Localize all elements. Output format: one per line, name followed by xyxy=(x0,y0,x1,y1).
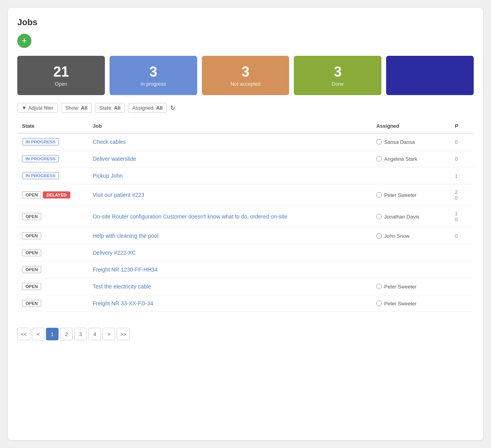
assigned-person: Peter Sweeter xyxy=(376,301,445,307)
job-link-9[interactable]: Freight NR 33-XX-FD-34 xyxy=(93,300,153,307)
row-p-8 xyxy=(450,278,474,295)
row-p-9 xyxy=(450,295,474,312)
num2: 0 xyxy=(455,195,469,201)
pagination-page-2[interactable]: 2 xyxy=(60,328,73,340)
person-icon xyxy=(376,284,382,289)
pagination-page-3[interactable]: 3 xyxy=(74,328,87,340)
row-assigned-6 xyxy=(372,244,450,261)
row-assigned-8: Peter Sweeter xyxy=(372,278,450,295)
pagination-page-1[interactable]: 1 xyxy=(46,328,59,340)
row-assigned-5: John Snow xyxy=(372,228,450,244)
state-filter: State: All xyxy=(95,103,125,113)
row-assigned-7 xyxy=(372,261,450,278)
num2: 0 xyxy=(455,217,469,222)
num1: 0 xyxy=(455,233,469,239)
filter-bar: ▼ Adjust filter Show: All State: All Ass… xyxy=(17,103,474,113)
person-icon xyxy=(376,233,382,239)
stat-number-open: 21 xyxy=(25,64,97,80)
person-icon xyxy=(376,301,382,306)
row-p-1: 0 xyxy=(450,151,474,167)
assigned-person: Jonathan Davis xyxy=(376,214,445,220)
job-link-3[interactable]: Visit our patient #223 xyxy=(93,192,144,198)
pagination-first[interactable]: << xyxy=(17,328,30,340)
job-link-4[interactable]: On-site Router configuration Customer do… xyxy=(93,213,287,220)
table-row: IN PROGRESSPickup John1 xyxy=(17,167,474,184)
col-header-job: Job xyxy=(88,119,372,133)
stat-number-in-progress: 3 xyxy=(117,64,189,80)
col-header-p: P xyxy=(450,119,474,133)
row-p-4: 10 xyxy=(450,206,474,228)
job-link-6[interactable]: Delivery #222-XC xyxy=(93,250,136,256)
assigned-name: Sansa Dansa xyxy=(384,139,415,145)
person-icon xyxy=(376,156,382,162)
row-state-8: OPEN xyxy=(17,278,88,295)
row-state-9: OPEN xyxy=(17,295,88,312)
badge-delayed: DELAYED xyxy=(43,191,70,198)
stat-card-last[interactable] xyxy=(386,56,474,95)
badge-open: OPEN xyxy=(22,300,41,307)
badge-open: OPEN xyxy=(22,249,41,256)
pagination-page-4[interactable]: 4 xyxy=(88,328,101,340)
assigned-person: Sansa Dansa xyxy=(376,139,445,145)
row-assigned-0: Sansa Dansa xyxy=(372,133,450,151)
stat-card-not-accepted[interactable]: 3 Not accepted xyxy=(202,56,289,95)
row-job-8: Test the electricity cable xyxy=(88,278,372,295)
row-assigned-3: Peter Sweeter xyxy=(372,184,450,206)
num1: 0 xyxy=(455,156,469,162)
row-job-0: Check cables xyxy=(88,133,372,151)
job-link-7[interactable]: Freight NR 1230-FF-HH34 xyxy=(93,266,158,273)
stat-card-in-progress[interactable]: 3 In progress xyxy=(110,56,197,95)
jobs-table: State Job Assigned P IN PROGRESSCheck ca… xyxy=(17,119,474,312)
stat-card-open[interactable]: 21 Open xyxy=(17,56,105,95)
row-p-2: 1 xyxy=(450,167,474,184)
assigned-name: Peter Sweeter xyxy=(384,192,416,198)
add-job-button[interactable]: + xyxy=(17,34,31,48)
col-header-state: State xyxy=(17,119,88,133)
table-row: OPENFreight NR 33-XX-FD-34Peter Sweeter xyxy=(17,295,474,312)
row-state-4: OPEN xyxy=(17,206,88,228)
job-link-0[interactable]: Check cables xyxy=(93,139,126,145)
job-link-5[interactable]: Help with cleaning the pool xyxy=(93,233,158,239)
pagination-prev[interactable]: < xyxy=(32,328,44,340)
row-p-6 xyxy=(450,244,474,261)
row-state-0: IN PROGRESS xyxy=(17,133,88,151)
pagination-last[interactable]: >> xyxy=(117,328,130,340)
main-card: Jobs + 21 Open 3 In progress 3 Not accep… xyxy=(8,8,483,440)
row-p-0: 0 xyxy=(450,133,474,151)
assigned-name: Peter Sweeter xyxy=(384,284,416,290)
table-row: OPENOn-site Router configuration Custome… xyxy=(17,206,474,228)
job-link-8[interactable]: Test the electricity cable xyxy=(93,283,151,290)
table-row: OPENDelivery #222-XC xyxy=(17,244,474,261)
assigned-name: Angelina Stark xyxy=(384,156,418,162)
pagination: <<<1234>>> xyxy=(17,321,474,340)
row-state-2: IN PROGRESS xyxy=(17,167,88,184)
assigned-name: Jonathan Davis xyxy=(384,214,420,220)
pagination-next[interactable]: > xyxy=(103,328,115,340)
row-state-7: OPEN xyxy=(17,261,88,278)
badge-in-progress: IN PROGRESS xyxy=(22,172,59,179)
job-link-1[interactable]: Deliver waterslide xyxy=(93,156,136,162)
refresh-button[interactable]: ↻ xyxy=(170,104,175,112)
stats-row: 21 Open 3 In progress 3 Not accepted 3 D… xyxy=(17,56,474,95)
row-state-3: OPENDELAYED xyxy=(17,184,88,206)
row-job-3: Visit our patient #223 xyxy=(88,184,372,206)
table-row: OPENTest the electricity cablePeter Swee… xyxy=(17,278,474,295)
stat-card-done[interactable]: 3 Done xyxy=(294,56,381,95)
row-job-2: Pickup John xyxy=(88,167,372,184)
row-p-5: 0 xyxy=(450,228,474,244)
row-job-4: On-site Router configuration Customer do… xyxy=(88,206,372,228)
funnel-icon: ▼ xyxy=(22,105,27,111)
table-row: OPENDELAYEDVisit our patient #223Peter S… xyxy=(17,184,474,206)
job-link-2[interactable]: Pickup John xyxy=(93,173,123,179)
row-state-1: IN PROGRESS xyxy=(17,151,88,167)
show-filter: Show: All xyxy=(61,103,92,113)
badge-in-progress: IN PROGRESS xyxy=(22,138,59,145)
assigned-filter: Assigned: All xyxy=(128,103,167,113)
adjust-filter-button[interactable]: ▼ Adjust filter xyxy=(17,103,58,113)
assigned-name: Peter Sweeter xyxy=(384,301,416,307)
badge-open: OPEN xyxy=(22,232,41,239)
row-p-7 xyxy=(450,261,474,278)
assigned-person: Angelina Stark xyxy=(376,156,445,162)
person-icon xyxy=(376,139,382,145)
col-header-assigned: Assigned xyxy=(372,119,450,133)
